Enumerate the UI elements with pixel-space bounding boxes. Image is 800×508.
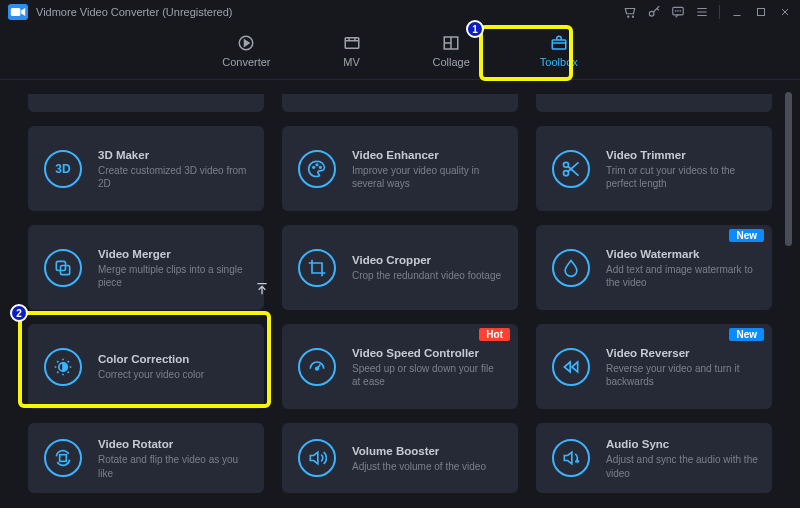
svg-point-13 — [313, 166, 315, 168]
tool-video-merger[interactable]: Video Merger Merge multiple clips into a… — [28, 225, 264, 310]
tool-title: Video Cropper — [352, 254, 504, 266]
nav-label: Converter — [222, 56, 270, 68]
gauge-icon — [298, 348, 336, 386]
tool-title: Video Speed Controller — [352, 347, 504, 359]
sync-icon — [552, 439, 590, 477]
tool-desc: Create customized 3D video from 2D — [98, 164, 250, 191]
nav-collage[interactable]: Collage — [433, 34, 470, 68]
tool-desc: Adjust the volume of the video — [352, 460, 504, 474]
callout-badge-1: 1 — [466, 20, 484, 38]
svg-rect-10 — [345, 37, 359, 48]
tool-title: Color Correction — [98, 353, 250, 365]
svg-point-2 — [632, 16, 633, 17]
tool-title: Video Rotator — [98, 438, 250, 450]
tool-desc: Speed up or slow down your file at ease — [352, 362, 504, 389]
tool-desc: Add text and image watermark to the vide… — [606, 263, 758, 290]
key-icon[interactable] — [647, 5, 661, 19]
tool-desc: Rotate and flip the video as you like — [98, 453, 250, 480]
tool-desc: Crop the redundant video footage — [352, 269, 504, 283]
nav-label: Collage — [433, 56, 470, 68]
tool-title: Video Trimmer — [606, 149, 758, 161]
tool-volume-booster[interactable]: Volume Booster Adjust the volume of the … — [282, 423, 518, 493]
svg-point-15 — [320, 166, 322, 168]
feedback-icon[interactable] — [671, 5, 685, 19]
tool-3d-maker[interactable]: 3D 3D Maker Create customized 3D video f… — [28, 126, 264, 211]
cart-icon[interactable] — [623, 5, 637, 19]
close-button[interactable] — [778, 5, 792, 19]
tool-speed-controller[interactable]: Hot Video Speed Controller Speed up or s… — [282, 324, 518, 409]
menu-icon[interactable] — [695, 5, 709, 19]
svg-point-7 — [680, 11, 681, 12]
hot-badge: Hot — [479, 328, 510, 341]
svg-point-3 — [649, 11, 654, 16]
tool-video-trimmer[interactable]: Video Trimmer Trim or cut your videos to… — [536, 126, 772, 211]
tool-title: 3D Maker — [98, 149, 250, 161]
svg-rect-12 — [552, 40, 566, 49]
droplet-icon — [552, 249, 590, 287]
nav-converter[interactable]: Converter — [222, 34, 270, 68]
tool-desc: Adjust and sync the audio with the video — [606, 453, 758, 480]
svg-point-14 — [316, 164, 318, 166]
svg-point-5 — [675, 11, 676, 12]
cube-3d-icon: 3D — [44, 150, 82, 188]
tool-title: Video Merger — [98, 248, 250, 260]
nav-mv[interactable]: MV — [341, 34, 363, 68]
app-logo — [8, 4, 28, 20]
svg-rect-8 — [758, 9, 765, 16]
svg-point-16 — [564, 162, 569, 167]
tool-video-rotator[interactable]: Video Rotator Rotate and flip the video … — [28, 423, 264, 493]
maximize-button[interactable] — [754, 5, 768, 19]
nav-toolbox[interactable]: Toolbox — [540, 34, 578, 68]
svg-rect-22 — [60, 455, 67, 462]
brightness-icon — [44, 348, 82, 386]
tool-title: Audio Sync — [606, 438, 758, 450]
tool-desc: Reverse your video and turn it backwards — [606, 362, 758, 389]
window-title: Vidmore Video Converter (Unregistered) — [36, 6, 232, 18]
tool-scroll-area: 3D 3D Maker Create customized 3D video f… — [0, 80, 800, 508]
tool-video-enhancer[interactable]: Video Enhancer Improve your video qualit… — [282, 126, 518, 211]
tool-video-reverser[interactable]: New Video Reverser Reverse your video an… — [536, 324, 772, 409]
rotate-icon — [44, 439, 82, 477]
crop-icon — [298, 249, 336, 287]
new-badge: New — [729, 229, 764, 242]
svg-point-21 — [316, 367, 319, 370]
tool-desc: Improve your video quality in several wa… — [352, 164, 504, 191]
tool-video-watermark[interactable]: New Video Watermark Add text and image w… — [536, 225, 772, 310]
svg-point-1 — [628, 16, 629, 17]
tool-video-cropper[interactable]: Video Cropper Crop the redundant video f… — [282, 225, 518, 310]
tool-grid: 3D 3D Maker Create customized 3D video f… — [28, 126, 772, 493]
volume-icon — [298, 439, 336, 477]
tool-title: Video Watermark — [606, 248, 758, 260]
main-nav: Converter MV Collage Toolbox — [0, 22, 800, 80]
scissors-icon — [552, 150, 590, 188]
rewind-icon — [552, 348, 590, 386]
svg-point-17 — [564, 170, 569, 175]
scrollbar-thumb[interactable] — [785, 92, 792, 246]
layers-icon — [44, 249, 82, 287]
tool-desc: Trim or cut your videos to the perfect l… — [606, 164, 758, 191]
svg-rect-0 — [11, 8, 21, 16]
previous-row-peek — [28, 94, 772, 112]
nav-label: MV — [343, 56, 360, 68]
tool-color-correction[interactable]: Color Correction Correct your video colo… — [28, 324, 264, 409]
tool-title: Volume Booster — [352, 445, 504, 457]
tool-title: Video Reverser — [606, 347, 758, 359]
minimize-button[interactable] — [730, 5, 744, 19]
tool-desc: Correct your video color — [98, 368, 250, 382]
callout-badge-2: 2 — [10, 304, 28, 322]
tool-desc: Merge multiple clips into a single piece — [98, 263, 250, 290]
svg-point-6 — [678, 11, 679, 12]
tool-audio-sync[interactable]: Audio Sync Adjust and sync the audio wit… — [536, 423, 772, 493]
scroll-to-top-button[interactable] — [253, 280, 271, 298]
palette-icon — [298, 150, 336, 188]
title-bar: Vidmore Video Converter (Unregistered) — [0, 0, 800, 22]
nav-label: Toolbox — [540, 56, 578, 68]
new-badge: New — [729, 328, 764, 341]
tool-title: Video Enhancer — [352, 149, 504, 161]
